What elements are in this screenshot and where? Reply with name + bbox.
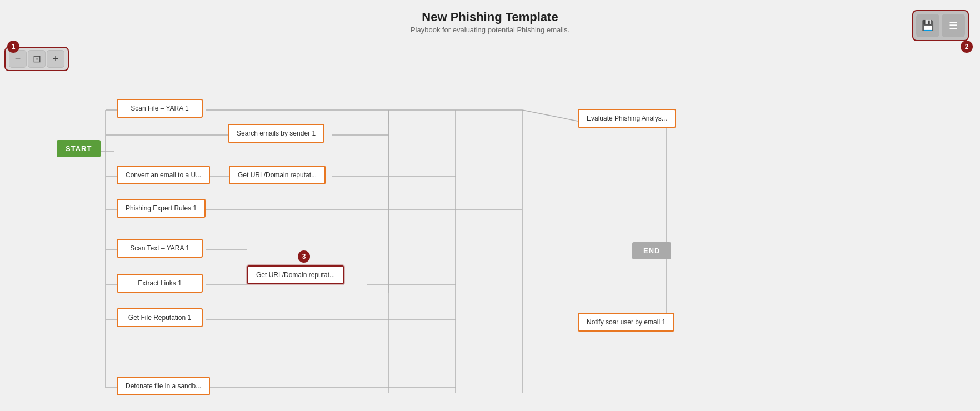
node-phishing-expert[interactable]: Phishing Expert Rules 1 (117, 199, 206, 218)
node-scan-file-yara[interactable]: Scan File – YARA 1 (117, 99, 203, 118)
svg-line-32 (522, 110, 578, 121)
node-get-file-reputation[interactable]: Get File Reputation 1 (117, 308, 203, 327)
flowchart-canvas: START Scan File – YARA 1 Search emails b… (0, 43, 980, 411)
node-notify-soar[interactable]: Notify soar user by email 1 (578, 313, 674, 332)
end-node[interactable]: END (632, 242, 671, 259)
menu-button[interactable]: ☰ (942, 14, 965, 37)
top-right-toolbar: 💾 ☰ (912, 10, 969, 41)
node-get-url-domain-2[interactable]: Get URL/Domain reputat... (247, 265, 344, 284)
node-evaluate-phishing[interactable]: Evaluate Phishing Analys... (578, 109, 676, 128)
node-convert-email[interactable]: Convert an email to a U... (117, 166, 210, 184)
node-scan-text-yara[interactable]: Scan Text – YARA 1 (117, 239, 203, 258)
page-title: New Phishing Template (0, 10, 980, 24)
start-node[interactable]: START (57, 140, 101, 157)
page-subtitle: Playbook for evaluating potential Phishi… (0, 26, 980, 34)
node-extract-links[interactable]: Extract Links 1 (117, 274, 203, 293)
badge-3: 3 (298, 250, 310, 263)
save-button[interactable]: 💾 (916, 14, 939, 37)
node-detonate-file[interactable]: Detonate file in a sandb... (117, 377, 210, 395)
node-search-emails[interactable]: Search emails by sender 1 (228, 124, 324, 143)
node-get-url-domain-1[interactable]: Get URL/Domain reputat... (229, 166, 326, 184)
